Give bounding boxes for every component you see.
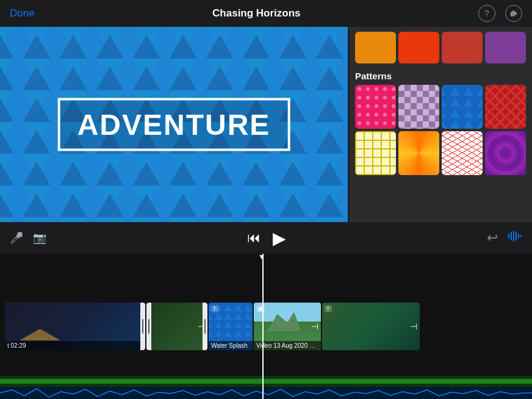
- pattern-red-cross[interactable]: [485, 85, 526, 129]
- clip-2[interactable]: ⊣: [146, 303, 207, 350]
- patterns-label: Patterns: [355, 71, 526, 81]
- gear-icon: [509, 9, 518, 18]
- undo-button[interactable]: ↩: [487, 230, 498, 246]
- clip-1-right-handle[interactable]: [140, 303, 145, 350]
- blue-waveform-track: [0, 387, 532, 399]
- svg-rect-2: [513, 231, 514, 242]
- pattern-red-lines[interactable]: [442, 131, 483, 175]
- play-button[interactable]: ▶: [273, 228, 286, 248]
- svg-rect-5: [520, 235, 522, 237]
- clip-title-card[interactable]: T Water Splash: [209, 303, 253, 350]
- camera-icon[interactable]: 📷: [33, 231, 46, 245]
- pattern-pink-dots[interactable]: [355, 85, 396, 129]
- clip-4-end-badge: ⊣: [311, 322, 318, 331]
- clip-5[interactable]: T ⊣: [322, 303, 420, 350]
- clips-area[interactable]: t 02:29 ⊣ T Water Splash ▣ ⊣ Video 13 Au…: [0, 254, 532, 399]
- done-button[interactable]: Done: [10, 7, 35, 20]
- project-title: Chasing Horizons: [212, 7, 301, 20]
- clip-2-left-handle[interactable]: [146, 303, 151, 350]
- clip-4[interactable]: ▣ ⊣ Video 13 Aug 2020 at 14:05: [254, 303, 321, 350]
- title-text: ADVENTURE: [58, 98, 290, 151]
- svg-rect-4: [518, 234, 519, 239]
- microphone-icon[interactable]: 🎤: [10, 231, 23, 245]
- svg-rect-0: [508, 234, 509, 239]
- pattern-checkerboard[interactable]: [398, 85, 439, 129]
- solid-color-swatches: [349, 27, 532, 68]
- pattern-orange-pinwheel[interactable]: [398, 131, 439, 175]
- transport-controls: 🎤 📷 ⏮ ▶ ↩: [0, 222, 532, 254]
- pattern-grid: [355, 85, 526, 175]
- timeline: 🎤 📷 ⏮ ▶ ↩: [0, 222, 532, 399]
- clip-2-right-handle[interactable]: [203, 303, 207, 350]
- swatch-red-orange[interactable]: [398, 32, 439, 63]
- svg-rect-3: [516, 232, 517, 240]
- green-waveform: [0, 376, 532, 387]
- waveform-button[interactable]: [508, 229, 522, 247]
- clip-3-label: Water Splash: [209, 341, 253, 350]
- clip-4-label: Video 13 Aug 2020 at 14:05: [254, 341, 321, 350]
- playhead: [262, 254, 264, 399]
- clip-5-badge: T: [325, 305, 332, 312]
- clip-1[interactable]: t 02:29: [5, 303, 145, 350]
- svg-rect-1: [511, 232, 512, 240]
- right-panel: Media Backgrounds ✕ Patterns: [349, 0, 532, 222]
- clip-4-badge: ▣: [256, 305, 265, 312]
- top-bar: Done Chasing Horizons ?: [0, 0, 532, 27]
- blue-waveform: [0, 387, 532, 399]
- swatch-purple[interactable]: [485, 32, 526, 63]
- preview-background: ADVENTURE: [0, 27, 348, 222]
- skip-to-start-button[interactable]: ⏮: [247, 230, 261, 246]
- pattern-yellow-grid[interactable]: [355, 131, 396, 175]
- settings-button[interactable]: [505, 5, 522, 22]
- pattern-purple-circles[interactable]: [485, 131, 526, 175]
- audio-track: [0, 376, 532, 387]
- patterns-section: Patterns: [349, 68, 532, 180]
- swatch-orange[interactable]: [355, 32, 396, 63]
- help-button[interactable]: ?: [478, 5, 495, 22]
- title-badge: T: [211, 305, 218, 312]
- clip-5-end-badge: ⊣: [410, 322, 417, 331]
- preview-area: ADVENTURE: [0, 27, 348, 222]
- waveform-icon: [508, 229, 522, 243]
- pattern-blue-triangles[interactable]: [442, 85, 483, 129]
- swatch-crimson[interactable]: [442, 32, 483, 63]
- clip-1-label: t 02:29: [5, 341, 145, 350]
